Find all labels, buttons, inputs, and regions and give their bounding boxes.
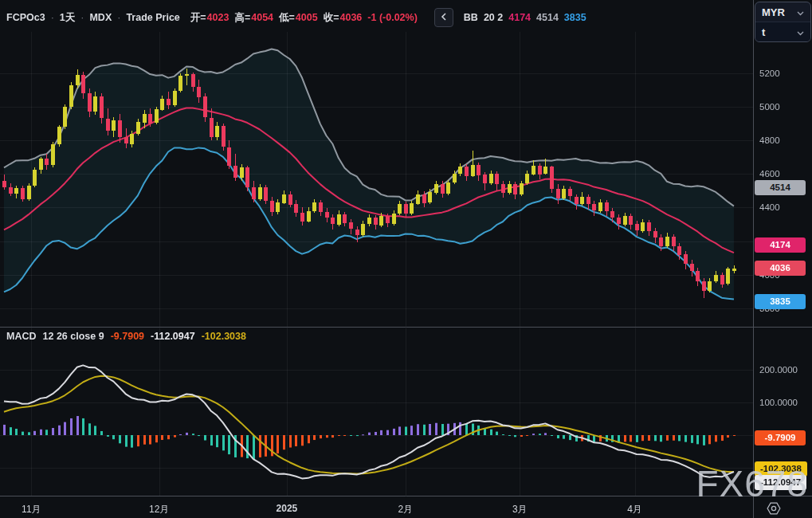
unit-selector[interactable]: t: [755, 22, 810, 41]
price-axis-label: 3835: [755, 294, 806, 309]
chevron-left-icon: [440, 12, 448, 24]
legend-separator: ·: [80, 12, 84, 23]
price-axis-tick: 5200: [759, 68, 780, 79]
axis-unit-selector: MYR t: [755, 2, 811, 42]
open-value: 4023: [207, 12, 229, 23]
high-value: 4054: [251, 12, 273, 23]
trading-chart-app: FCPOc3 · 1天 · MDX · Trade Price 开= 4023 …: [0, 0, 812, 518]
open-label: 开=: [190, 11, 206, 25]
legend-separator: ·: [117, 12, 120, 23]
legend-collapse-button[interactable]: [434, 8, 453, 27]
chevron-down-icon: [797, 6, 804, 18]
price-axis-label: 4174: [755, 237, 806, 253]
price-axis-tick: 4800: [759, 135, 780, 146]
price-axis-label: 4036: [755, 261, 806, 276]
macd-axis-tick: 200.0000: [759, 364, 798, 375]
macd-axis-tick: 100.0000: [759, 397, 798, 408]
price-axis-tick: 4400: [759, 202, 780, 213]
high-label: 高=: [234, 11, 250, 25]
price-axis-tick: 5000: [759, 101, 780, 112]
unit-value: t: [762, 26, 765, 38]
interval-label: 1天: [60, 11, 75, 25]
macd-hist-value: -9.7909: [111, 331, 144, 342]
macd-axis-label: -9.7909: [755, 430, 806, 445]
time-axis-tick: 3月: [512, 503, 528, 516]
symbol-legend[interactable]: FCPOc3 · 1天 · MDX · Trade Price 开= 4023 …: [6, 8, 586, 27]
macd-signal-value: -102.3038: [202, 331, 246, 342]
chart-overlays: FCPOc3 · 1天 · MDX · Trade Price 开= 4023 …: [0, 0, 812, 518]
price-axis-tick: 4600: [759, 168, 780, 179]
macd-axis-label: -112.0947: [755, 475, 806, 490]
close-value: 4036: [339, 12, 362, 23]
currency-value: MYR: [762, 6, 785, 18]
low-label: 低=: [279, 11, 295, 25]
low-value: 4005: [296, 12, 318, 23]
series-type-label: Trade Price: [126, 12, 179, 23]
change-value: -1 (-0.02%): [367, 12, 418, 23]
macd-line-value: -112.0947: [151, 331, 195, 342]
bb-indicator-name: BB: [464, 12, 478, 23]
close-label: 收=: [324, 11, 339, 25]
macd-indicator-name: MACD: [6, 331, 37, 342]
time-axis-tick: 4月: [627, 503, 642, 516]
bb-lower-value: 3835: [564, 12, 586, 23]
currency-selector[interactable]: MYR: [755, 2, 810, 22]
exchange-label: MDX: [89, 12, 112, 23]
time-axis-tick: 2025: [277, 503, 298, 514]
time-axis-tick: 2月: [398, 503, 413, 516]
time-axis-tick: 12月: [149, 503, 169, 516]
macd-legend[interactable]: MACD 12 26 close 9 -9.7909 -112.0947 -10…: [6, 331, 246, 342]
chevron-down-icon: [797, 26, 804, 38]
bb-upper-value: 4514: [536, 12, 559, 23]
gear-icon[interactable]: [767, 501, 781, 516]
symbol-name: FCPOc3: [6, 12, 45, 23]
bb-basis-value: 4174: [508, 12, 531, 23]
macd-indicator-params: 12 26 close 9: [43, 331, 104, 342]
legend-separator: ·: [51, 12, 54, 23]
price-axis-label: 4514: [755, 180, 806, 195]
time-axis-tick: 11月: [22, 503, 41, 516]
bb-indicator-params: 20 2: [484, 12, 503, 23]
